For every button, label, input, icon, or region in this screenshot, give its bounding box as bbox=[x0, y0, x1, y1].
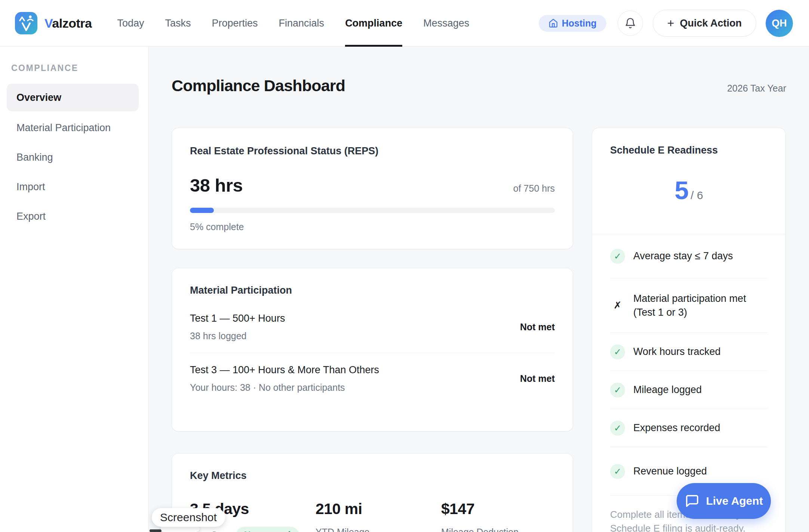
key-metrics-card: Key Metrics 3.5 days Avg. Stay Non-renta… bbox=[172, 453, 573, 532]
nav-item-tasks[interactable]: Tasks bbox=[165, 0, 191, 47]
quick-action-label: Quick Action bbox=[680, 18, 742, 29]
screenshot-tooltip-label: Screenshot bbox=[160, 511, 217, 524]
checklist-label: Average stay ≤ 7 days bbox=[633, 249, 733, 263]
metric-mileage-deduction-label: Mileage Deduction bbox=[441, 527, 519, 532]
checklist-item-expenses-recorded: ✓ Expenses recorded bbox=[610, 409, 768, 447]
valzotra-logo-icon[interactable] bbox=[15, 12, 37, 34]
non-rental-badge: Non-rental bbox=[236, 527, 299, 532]
sidebar-item-material-participation[interactable]: Material Participation bbox=[0, 113, 148, 143]
avatar-initials: QH bbox=[772, 18, 787, 29]
chat-bubble-icon bbox=[685, 494, 699, 508]
check-icon: ✓ bbox=[610, 249, 625, 264]
metric-mileage-deduction: $147 Mileage Deduction bbox=[441, 500, 555, 532]
test-3-status: Not met bbox=[520, 373, 555, 384]
nav-item-properties[interactable]: Properties bbox=[212, 0, 258, 47]
check-icon: ✓ bbox=[610, 464, 625, 479]
schedule-e-readiness-card: Schedule E Readiness 5/ 6 ✓ Average stay… bbox=[592, 128, 786, 532]
schedule-score: 5/ 6 bbox=[592, 176, 785, 205]
user-avatar[interactable]: QH bbox=[766, 10, 793, 37]
sidebar-item-banking[interactable]: Banking bbox=[0, 143, 148, 172]
reps-target-label: of 750 hrs bbox=[513, 183, 555, 194]
checklist-label: Revenue logged bbox=[633, 464, 707, 478]
tax-year-label: 2026 Tax Year bbox=[727, 83, 786, 94]
test-1-detail: 38 hrs logged bbox=[190, 331, 285, 341]
metric-ytd-mileage: 210 mi YTD Mileage bbox=[316, 500, 441, 532]
house-icon bbox=[548, 18, 558, 28]
nav-item-today[interactable]: Today bbox=[117, 0, 144, 47]
metric-ytd-mileage-label: YTD Mileage bbox=[316, 527, 370, 532]
schedule-card-title: Schedule E Readiness bbox=[592, 128, 785, 156]
reps-hours-value: 38 hrs bbox=[190, 175, 243, 196]
test-row-1: Test 1 — 500+ Hours 38 hrs logged Not me… bbox=[190, 301, 555, 353]
sidebar-item-export[interactable]: Export bbox=[0, 202, 148, 231]
reps-progress-bar bbox=[190, 208, 555, 213]
primary-nav: Today Tasks Properties Financials Compli… bbox=[117, 0, 469, 47]
sidebar-item-overview[interactable]: Overview bbox=[7, 84, 139, 111]
material-participation-card: Material Participation Test 1 — 500+ Hou… bbox=[172, 268, 573, 432]
screenshot-tooltip: Screenshot bbox=[152, 508, 225, 527]
checklist-item-mileage-logged: ✓ Mileage logged bbox=[610, 371, 768, 409]
page-title: Compliance Dashboard bbox=[172, 77, 345, 95]
key-metrics-title: Key Metrics bbox=[190, 470, 555, 482]
checklist-item-work-hours: ✓ Work hours tracked bbox=[610, 333, 768, 371]
live-agent-button[interactable]: Live Agent bbox=[677, 483, 771, 519]
sidebar-section-label: COMPLIANCE bbox=[11, 63, 148, 73]
quick-action-button[interactable]: + Quick Action bbox=[653, 10, 756, 37]
reps-progress-fill bbox=[190, 208, 214, 213]
test-3-name: Test 3 — 100+ Hours & More Than Others bbox=[190, 364, 379, 376]
sidebar-list: Overview Material Participation Banking … bbox=[0, 84, 148, 231]
bell-icon bbox=[624, 17, 636, 29]
nav-item-messages[interactable]: Messages bbox=[423, 0, 469, 47]
metric-mileage-deduction-value: $147 bbox=[441, 500, 555, 518]
brand-name: Valzotra bbox=[44, 16, 92, 31]
test-1-status: Not met bbox=[520, 322, 555, 332]
schedule-score-total: / 6 bbox=[690, 189, 703, 201]
checklist-label: Expenses recorded bbox=[633, 421, 720, 435]
check-icon: ✓ bbox=[610, 383, 625, 398]
hosting-label: Hosting bbox=[562, 18, 597, 29]
test-3-detail: Your hours: 38 · No other participants bbox=[190, 382, 379, 393]
metric-ytd-mileage-value: 210 mi bbox=[316, 500, 441, 518]
checklist-label: Mileage logged bbox=[633, 383, 702, 397]
schedule-score-value: 5 bbox=[674, 176, 688, 204]
checklist-item-material-participation: ✗ Material participation met (Test 1 or … bbox=[610, 278, 768, 333]
top-navigation-bar: Valzotra Today Tasks Properties Financia… bbox=[0, 0, 809, 47]
reps-card-title: Real Estate Professional Status (REPS) bbox=[190, 145, 555, 157]
notifications-button[interactable] bbox=[618, 10, 643, 36]
hosting-mode-badge[interactable]: Hosting bbox=[539, 15, 606, 32]
material-card-title: Material Participation bbox=[190, 285, 555, 296]
check-icon: ✓ bbox=[610, 344, 625, 359]
nav-item-financials[interactable]: Financials bbox=[279, 0, 324, 47]
sidebar-item-import[interactable]: Import bbox=[0, 172, 148, 202]
cursor-artifact bbox=[150, 529, 162, 532]
checklist-label: Material participation met (Test 1 or 3) bbox=[633, 292, 768, 319]
logo-glyph bbox=[15, 12, 37, 34]
test-1-name: Test 1 — 500+ Hours bbox=[190, 313, 285, 324]
compliance-sidebar: COMPLIANCE Overview Material Participati… bbox=[0, 47, 149, 532]
reps-card: Real Estate Professional Status (REPS) 3… bbox=[172, 128, 573, 249]
nav-item-compliance[interactable]: Compliance bbox=[345, 0, 402, 47]
checklist-label: Work hours tracked bbox=[633, 345, 721, 359]
reps-percent-label: 5% complete bbox=[190, 222, 555, 232]
x-icon: ✗ bbox=[610, 298, 625, 313]
check-icon: ✓ bbox=[610, 421, 625, 436]
test-row-2: Test 3 — 100+ Hours & More Than Others Y… bbox=[190, 353, 555, 404]
checklist-item-average-stay: ✓ Average stay ≤ 7 days bbox=[610, 234, 768, 278]
live-agent-label: Live Agent bbox=[706, 495, 763, 507]
plus-icon: + bbox=[667, 16, 674, 30]
